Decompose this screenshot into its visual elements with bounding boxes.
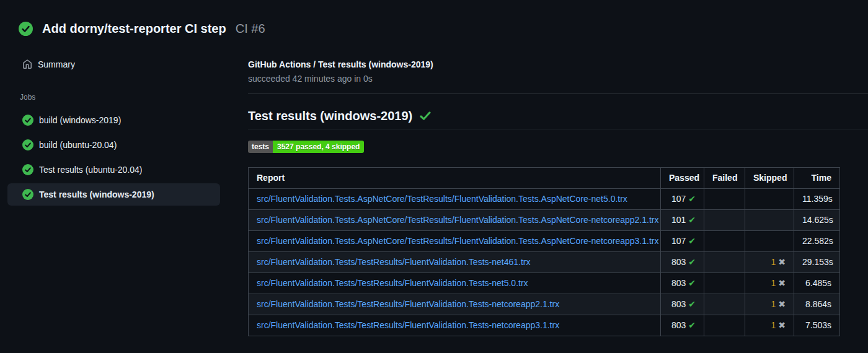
table-row: src/FluentValidation.Tests.AspNetCore/Te… (249, 231, 840, 252)
passed-check-icon: ✔ (688, 194, 696, 204)
passed-cell: 107✔ (661, 231, 704, 252)
skipped-cell (745, 210, 794, 231)
sidebar-job-label: Test results (windows-2019) (39, 190, 154, 199)
run-number: CI #6 (236, 22, 265, 36)
job-title: GitHub Actions / Test results (windows-2… (248, 59, 868, 69)
failed-cell (704, 273, 745, 294)
home-icon (22, 59, 32, 69)
skipped-cell: 1✖ (745, 273, 794, 294)
sidebar-item-build-ubuntu-20-04-[interactable]: build (ubuntu-20.04) (7, 134, 220, 156)
report-link[interactable]: src/FluentValidation.Tests.AspNetCore/Te… (257, 215, 658, 225)
skipped-cross-icon: ✖ (778, 320, 786, 330)
report-link[interactable]: src/FluentValidation.Tests.AspNetCore/Te… (257, 194, 627, 204)
check-circle-icon (19, 22, 33, 36)
time-cell: 6.485s (794, 273, 840, 294)
table-row: src/FluentValidation.Tests/TestResults/F… (249, 273, 840, 294)
main-content: GitHub Actions / Test results (windows-2… (248, 38, 868, 336)
time-cell: 14.625s (794, 210, 840, 231)
column-header-skipped: Skipped (745, 168, 794, 189)
report-cell: src/FluentValidation.Tests/TestResults/F… (249, 273, 661, 294)
skipped-cross-icon: ✖ (778, 299, 786, 309)
time-cell: 29.153s (794, 252, 840, 273)
tests-badge-label: tests (248, 141, 273, 153)
table-row: src/FluentValidation.Tests.AspNetCore/Te… (249, 210, 840, 231)
section-heading: Test results (windows-2019) (248, 107, 868, 124)
column-header-time: Time (794, 168, 840, 189)
check-circle-icon (22, 164, 33, 175)
report-link[interactable]: src/FluentValidation.Tests/TestResults/F… (257, 299, 559, 309)
passed-count: 107 (671, 194, 686, 204)
failed-cell (704, 189, 745, 210)
report-cell: src/FluentValidation.Tests/TestResults/F… (249, 315, 661, 336)
report-link[interactable]: src/FluentValidation.Tests/TestResults/F… (257, 257, 530, 267)
failed-cell (704, 252, 745, 273)
skipped-count: 1 (771, 278, 776, 288)
column-header-report: Report (249, 168, 661, 189)
report-link[interactable]: src/FluentValidation.Tests.AspNetCore/Te… (257, 236, 658, 246)
sidebar-job-label: build (ubuntu-20.04) (39, 140, 117, 150)
jobs-heading: Jobs (20, 93, 248, 102)
passed-check-icon: ✔ (688, 257, 696, 267)
failed-cell (704, 294, 745, 315)
time-cell: 8.864s (794, 294, 840, 315)
time-cell: 7.503s (794, 315, 840, 336)
skipped-cell: 1✖ (745, 252, 794, 273)
sidebar-item-test-results-windows-2019-[interactable]: Test results (windows-2019) (7, 183, 220, 206)
sidebar-job-label: build (windows-2019) (39, 115, 121, 125)
tests-badge[interactable]: tests 3527 passed, 4 skipped (248, 141, 364, 153)
passed-cell: 803✔ (661, 273, 704, 294)
report-cell: src/FluentValidation.Tests.AspNetCore/Te… (249, 189, 661, 210)
passed-cell: 101✔ (661, 210, 704, 231)
report-cell: src/FluentValidation.Tests.AspNetCore/Te… (249, 231, 661, 252)
failed-cell (704, 231, 745, 252)
section-heading-text: Test results (windows-2019) (248, 109, 412, 123)
report-link[interactable]: src/FluentValidation.Tests/TestResults/F… (257, 320, 559, 330)
table-row: src/FluentValidation.Tests/TestResults/F… (249, 252, 840, 273)
passed-count: 107 (671, 236, 686, 246)
skipped-cross-icon: ✖ (778, 278, 786, 288)
skipped-cell (745, 231, 794, 252)
check-icon (420, 110, 431, 121)
run-title: Add dorny/test-reporter CI step (42, 22, 226, 36)
passed-count: 803 (671, 278, 686, 288)
passed-cell: 107✔ (661, 189, 704, 210)
job-subtitle: succeeded 42 minutes ago in 0s (248, 74, 868, 84)
passed-check-icon: ✔ (688, 278, 696, 288)
passed-count: 803 (671, 257, 686, 267)
sidebar-job-label: Test results (ubuntu-20.04) (39, 165, 143, 175)
column-header-passed: Passed (661, 168, 704, 189)
passed-check-icon: ✔ (688, 215, 696, 225)
skipped-count: 1 (771, 320, 776, 330)
passed-check-icon: ✔ (688, 299, 696, 309)
passed-cell: 803✔ (661, 315, 704, 336)
sidebar-item-summary[interactable]: Summary (7, 53, 220, 76)
column-header-failed: Failed (704, 168, 745, 189)
skipped-cell (745, 189, 794, 210)
skipped-cell: 1✖ (745, 315, 794, 336)
sidebar-item-build-windows-2019-[interactable]: build (windows-2019) (7, 109, 220, 131)
passed-cell: 803✔ (661, 252, 704, 273)
test-results-table: Report Passed Failed Skipped Time src/Fl… (248, 167, 840, 336)
report-cell: src/FluentValidation.Tests/TestResults/F… (249, 252, 661, 273)
table-row: src/FluentValidation.Tests/TestResults/F… (249, 315, 840, 336)
sidebar-item-test-results-ubuntu-20-04-[interactable]: Test results (ubuntu-20.04) (7, 159, 220, 181)
summary-label: Summary (38, 59, 75, 69)
tests-badge-value: 3527 passed, 4 skipped (273, 141, 364, 153)
time-cell: 11.359s (794, 189, 840, 210)
passed-cell: 803✔ (661, 294, 704, 315)
passed-count: 803 (671, 320, 686, 330)
check-circle-icon (22, 139, 33, 150)
passed-check-icon: ✔ (688, 320, 696, 330)
skipped-count: 1 (771, 257, 776, 267)
jobs-list: build (windows-2019) build (ubuntu-20.04… (7, 109, 248, 206)
passed-count: 101 (671, 215, 686, 225)
table-header-row: Report Passed Failed Skipped Time (249, 168, 840, 189)
time-cell: 22.582s (794, 231, 840, 252)
failed-cell (704, 315, 745, 336)
skipped-count: 1 (771, 299, 776, 309)
failed-cell (704, 210, 745, 231)
report-cell: src/FluentValidation.Tests/TestResults/F… (249, 294, 661, 315)
report-link[interactable]: src/FluentValidation.Tests/TestResults/F… (257, 278, 528, 288)
check-circle-icon (22, 115, 33, 126)
divider-top (248, 94, 868, 94)
